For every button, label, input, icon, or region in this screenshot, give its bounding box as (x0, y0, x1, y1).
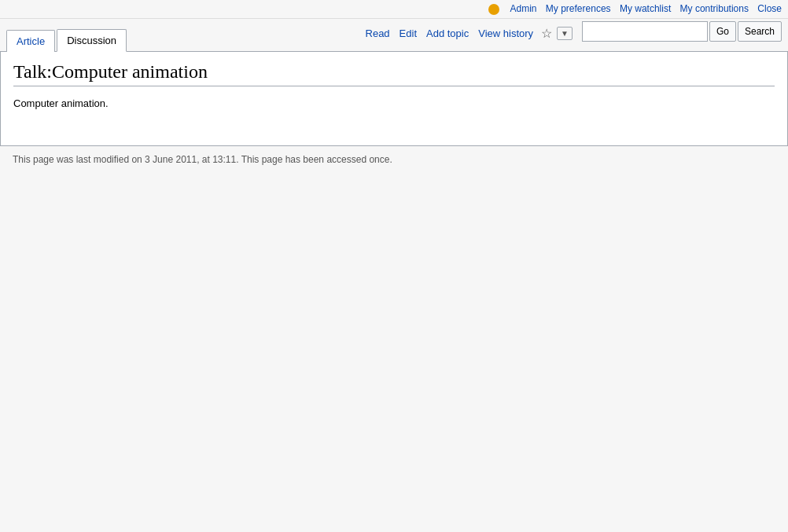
tab-discussion[interactable]: Discussion (57, 29, 127, 52)
dropdown-button[interactable]: ▼ (557, 27, 573, 40)
star-button[interactable]: ☆ (539, 26, 554, 41)
edit-link[interactable]: Edit (396, 28, 420, 39)
go-button[interactable]: Go (709, 21, 736, 42)
content-wrapper: Talk:Computer animation Computer animati… (0, 52, 788, 146)
read-link[interactable]: Read (363, 28, 393, 39)
left-tabs: Article Discussion (6, 28, 363, 51)
add-topic-link[interactable]: Add topic (423, 28, 472, 39)
content: Talk:Computer animation Computer animati… (0, 52, 788, 146)
watchlist-link[interactable]: My watchlist (620, 3, 671, 14)
close-link[interactable]: Close (757, 3, 782, 14)
page-body: Computer animation. (13, 96, 775, 112)
admin-link[interactable]: Admin (510, 3, 537, 14)
search-input[interactable] (582, 21, 708, 42)
top-bar: Admin My preferences My watchlist My con… (0, 0, 788, 19)
preferences-link[interactable]: My preferences (546, 3, 611, 14)
footer: This page was last modified on 3 June 20… (0, 146, 788, 173)
view-history-link[interactable]: View history (475, 28, 536, 39)
right-actions: Read Edit Add topic View history ☆ ▼ Go … (363, 21, 782, 51)
tab-article[interactable]: Article (6, 30, 55, 52)
search-area: Go Search (582, 21, 782, 46)
search-button[interactable]: Search (738, 21, 782, 42)
footer-text: This page was last modified on 3 June 20… (13, 154, 392, 165)
nav-area: Article Discussion Read Edit Add topic V… (0, 19, 788, 52)
contributions-link[interactable]: My contributions (680, 3, 749, 14)
user-icon (488, 4, 499, 15)
page-title: Talk:Computer animation (13, 61, 775, 86)
